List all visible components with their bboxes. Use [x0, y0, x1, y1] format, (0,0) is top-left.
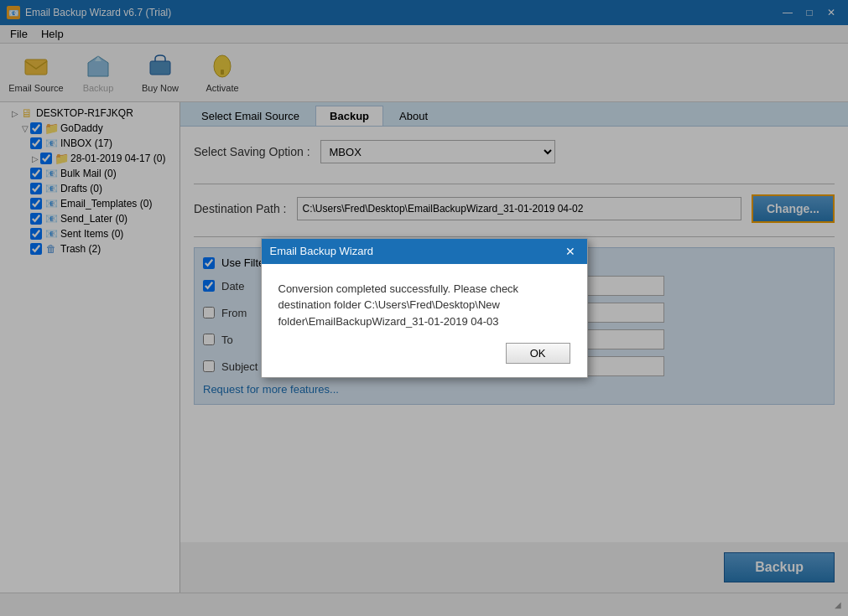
dialog-close-button[interactable]: ✕	[562, 244, 579, 259]
dialog-body: Conversion completed successfully. Pleas…	[262, 264, 587, 344]
dialog-ok-button[interactable]: OK	[506, 343, 570, 364]
dialog-footer: OK	[262, 343, 587, 377]
dialog-overlay: Email Backup Wizard ✕ Conversion complet…	[0, 0, 848, 616]
dialog-message: Conversion completed successfully. Pleas…	[278, 282, 519, 328]
dialog-title-bar: Email Backup Wizard ✕	[262, 239, 587, 264]
dialog-title: Email Backup Wizard	[270, 245, 374, 257]
dialog: Email Backup Wizard ✕ Conversion complet…	[261, 238, 588, 379]
